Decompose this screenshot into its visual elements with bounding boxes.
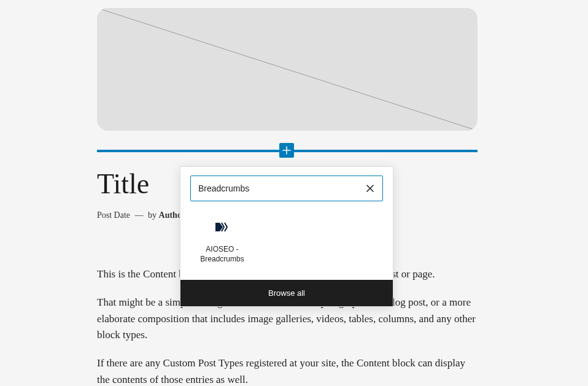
post-date-label[interactable]: Post Date — [97, 210, 130, 220]
featured-image-placeholder[interactable] — [97, 8, 478, 131]
block-search-input[interactable] — [191, 176, 358, 201]
post-meta: Post Date — by Author — [97, 210, 185, 220]
plus-icon — [282, 145, 292, 155]
post-title[interactable]: Title — [97, 169, 149, 200]
block-item-label: AIOSEO - Breadcrumbs — [193, 244, 252, 264]
browse-all-label: Browse all — [268, 288, 305, 298]
by-label: by — [148, 210, 157, 220]
aioseo-breadcrumbs-icon — [193, 218, 252, 236]
inserter-search-wrap — [180, 167, 393, 210]
editor-canvas: Title Post Date — by Author This is the … — [0, 0, 588, 386]
placeholder-diagonal-icon — [97, 8, 478, 131]
meta-separator: — — [135, 210, 144, 220]
content-paragraph[interactable]: If there are any Custom Post Types regis… — [97, 355, 478, 386]
close-icon — [366, 184, 374, 193]
svg-line-0 — [97, 8, 478, 131]
browse-all-button[interactable]: Browse all — [180, 280, 393, 306]
clear-search-button[interactable] — [358, 176, 382, 201]
block-item-aioseo-breadcrumbs[interactable]: AIOSEO - Breadcrumbs — [190, 215, 254, 268]
block-inserter-popover: AIOSEO - Breadcrumbs Browse all — [180, 166, 393, 307]
inserter-search-field-wrap — [190, 176, 383, 201]
inserter-results: AIOSEO - Breadcrumbs — [180, 210, 393, 280]
add-block-button[interactable] — [279, 143, 294, 158]
